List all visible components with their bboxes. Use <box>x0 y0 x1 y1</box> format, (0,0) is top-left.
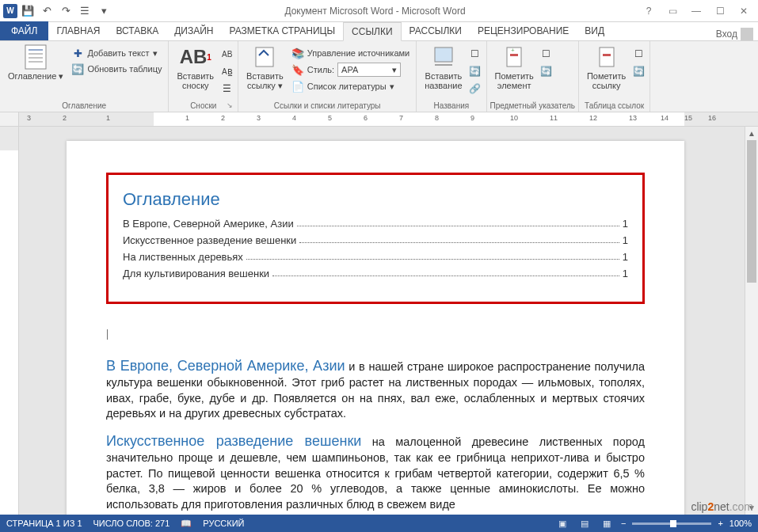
status-word-count[interactable]: ЧИСЛО СЛОВ: 271 <box>93 519 170 528</box>
svg-rect-14 <box>603 54 611 56</box>
citation-style-dropdown[interactable]: APA▾ <box>337 63 401 77</box>
svg-text:+: + <box>511 47 515 54</box>
toc-title: Оглавление <box>123 189 628 210</box>
zoom-slider[interactable] <box>632 522 711 525</box>
qat-touch-mode-icon[interactable]: ☰ <box>76 2 93 20</box>
toc-entry-page: 1 <box>623 234 628 246</box>
update-toc-button[interactable]: 🔄Обновить таблицу <box>68 62 165 76</box>
word-app-icon: W <box>3 4 17 18</box>
manage-sources-button[interactable]: 📚Управление источниками <box>288 46 413 60</box>
file-tab[interactable]: ФАЙЛ <box>0 21 48 40</box>
qat-save-icon[interactable]: 💾 <box>19 2 36 20</box>
toc-entry-page: 1 <box>623 268 628 279</box>
style-icon: 🔖 <box>291 63 304 76</box>
group-toc-label: Оглавление <box>3 100 165 112</box>
status-language[interactable]: РУССКИЙ <box>203 519 244 528</box>
svg-rect-13 <box>600 48 614 66</box>
insert-footnote-button[interactable]: AB1 Вставить сноску <box>172 43 219 92</box>
watermark: clip2net.com <box>691 500 753 513</box>
citation-icon <box>252 44 277 70</box>
svg-rect-0 <box>25 45 46 69</box>
caption-icon <box>431 44 456 70</box>
window-title: Документ Microsoft Word - Microsoft Word <box>112 6 638 17</box>
mark-entry-icon: + <box>501 44 527 70</box>
tab-page-layout[interactable]: РАЗМЕТКА СТРАНИЦЫ <box>222 21 344 40</box>
heading-1: В Европе, Северной Америке, Азии <box>106 358 345 374</box>
group-index-label: Предметный указатель <box>490 100 575 112</box>
close-icon[interactable]: ✕ <box>733 2 755 20</box>
zoom-out-icon[interactable]: − <box>621 519 626 528</box>
mark-citation-button[interactable]: Пометить ссылку <box>582 43 630 92</box>
toc-entry[interactable]: На лиственных деревьях1 <box>123 251 628 263</box>
maximize-icon[interactable]: ☐ <box>709 2 731 20</box>
sign-in[interactable]: Вход <box>711 28 758 40</box>
mark-entry-button[interactable]: + Пометить элемент <box>490 43 539 92</box>
document-area[interactable]: Оглавление В Европе, Северной Америке, А… <box>19 127 745 515</box>
status-page[interactable]: СТРАНИЦА 1 ИЗ 1 <box>6 519 82 528</box>
ribbon-options-icon[interactable]: ▭ <box>661 2 684 20</box>
sign-in-label: Вход <box>716 28 737 40</box>
chevron-down-icon: ▾ <box>392 65 397 75</box>
vertical-scrollbar[interactable]: ▲ ▼ <box>745 127 758 515</box>
zoom-in-icon[interactable]: + <box>718 519 722 528</box>
minimize-icon[interactable]: — <box>685 2 707 20</box>
insert-caption-button[interactable]: Вставить название <box>420 43 467 92</box>
view-web-layout-icon[interactable]: ▦ <box>599 517 615 530</box>
toc-entry-text: В Европе, Северной Америке, Азии <box>123 218 294 230</box>
vertical-ruler[interactable] <box>0 127 19 515</box>
add-text-icon: ✚ <box>71 47 84 59</box>
update-table-button[interactable]: 🔄 <box>467 63 483 79</box>
toc-button[interactable]: Оглавление ▾ <box>3 43 68 82</box>
toc-entry[interactable]: В Европе, Северной Америке, Азии1 <box>123 218 628 230</box>
insert-endnote-button[interactable]: AB <box>219 46 234 62</box>
toc-entry[interactable]: Для культивирования вешенки1 <box>123 268 628 279</box>
group-citations-label: Ссылки и списки литературы <box>242 100 413 112</box>
qat-customize-icon[interactable]: ▾ <box>95 2 112 20</box>
bibliography-button[interactable]: 📄Список литературы ▾ <box>288 79 413 93</box>
insert-citation-button[interactable]: Вставить ссылку ▾ <box>242 43 288 92</box>
footnotes-launcher-icon[interactable]: ↘ <box>227 101 233 109</box>
toc-entry-page: 1 <box>623 218 628 230</box>
qat-undo-icon[interactable]: ↶ <box>38 2 55 20</box>
view-read-mode-icon[interactable]: ▣ <box>554 517 570 530</box>
scrollbar-thumb[interactable] <box>747 140 756 283</box>
status-bar: СТРАНИЦА 1 ИЗ 1 ЧИСЛО СЛОВ: 271 📖 РУССКИ… <box>0 515 758 532</box>
insert-toa-button[interactable]: ☐ <box>630 46 646 62</box>
update-toa-button[interactable]: 🔄 <box>630 63 646 79</box>
view-print-layout-icon[interactable]: ▤ <box>577 517 592 530</box>
insert-table-figures-button[interactable]: ☐ <box>467 46 483 62</box>
tab-mailings[interactable]: РАССЫЛКИ <box>402 21 470 40</box>
refresh-icon: 🔄 <box>71 63 84 75</box>
tab-insert[interactable]: ВСТАВКА <box>108 21 166 40</box>
cross-reference-button[interactable]: 🔗 <box>467 81 483 97</box>
horizontal-ruler[interactable]: 32112345678910111213141516 <box>0 112 758 127</box>
paragraph-2: Искусственное разведение вешенки на мало… <box>106 431 645 513</box>
toc-container: Оглавление В Европе, Северной Америке, А… <box>106 173 645 304</box>
svg-rect-11 <box>510 54 518 56</box>
manage-sources-icon: 📚 <box>291 47 304 59</box>
tab-home[interactable]: ГЛАВНАЯ <box>48 21 108 40</box>
update-index-button[interactable]: 🔄 <box>539 63 554 79</box>
tab-view[interactable]: ВИД <box>577 21 612 40</box>
tab-design[interactable]: ДИЗАЙН <box>166 21 221 40</box>
toc-entry-text: На лиственных деревьях <box>123 251 243 263</box>
scroll-up-icon[interactable]: ▲ <box>745 127 758 140</box>
tab-review[interactable]: РЕЦЕНЗИРОВАНИЕ <box>470 21 577 40</box>
show-notes-button[interactable]: ☰ <box>219 81 234 97</box>
bibliography-icon: 📄 <box>291 80 304 93</box>
toc-entry-page: 1 <box>623 251 628 263</box>
add-text-button[interactable]: ✚Добавить текст ▾ <box>68 46 165 60</box>
svg-text:AB̲: AB̲ <box>222 67 233 76</box>
status-proofing-icon[interactable]: 📖 <box>181 519 192 529</box>
zoom-level[interactable]: 100% <box>729 519 752 528</box>
next-footnote-button[interactable]: AB̲ <box>219 63 234 79</box>
toc-entry[interactable]: Искусственное разведение вешенки1 <box>123 234 628 246</box>
tab-references[interactable]: ССЫЛКИ <box>343 22 401 41</box>
insert-index-button[interactable]: ☐ <box>539 46 554 62</box>
toc-icon <box>23 44 48 70</box>
footnote-icon: AB1 <box>183 44 208 70</box>
help-icon[interactable]: ? <box>638 2 660 20</box>
mark-citation-icon <box>594 44 619 70</box>
qat-redo-icon[interactable]: ↷ <box>57 2 74 20</box>
toc-entry-text: Искусственное разведение вешенки <box>123 234 296 246</box>
